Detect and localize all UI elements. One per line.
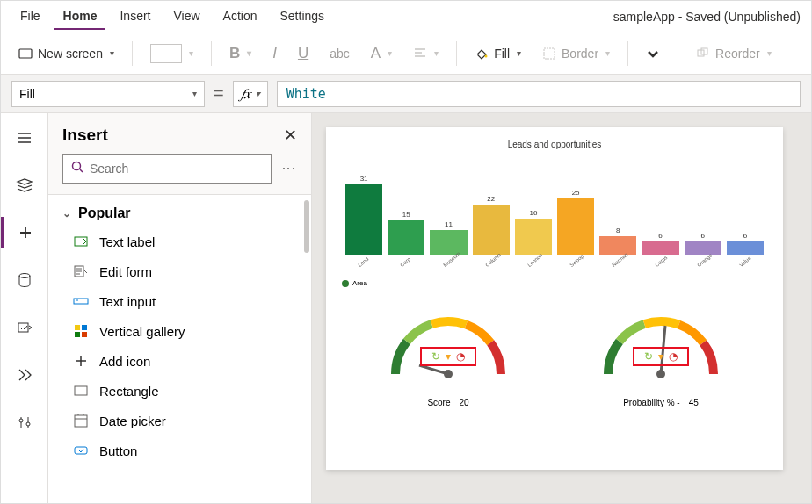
bar-category-label: Swoop [569,253,585,268]
expand-collapse-button[interactable] [639,43,667,64]
bar-column: 25Swoop [557,189,594,263]
divider [627,41,628,66]
insert-item-rectangle[interactable]: Rectangle [48,376,311,406]
add-icon-icon [73,353,89,369]
search-input[interactable] [90,162,264,176]
rail-settings[interactable] [9,407,40,438]
text-input-icon [73,293,89,309]
bar-value: 11 [445,220,453,228]
bar-value: 31 [360,175,368,183]
bar-value: 15 [402,211,410,219]
insert-item-text-input[interactable]: Text input [48,286,311,316]
menu-file[interactable]: File [11,4,49,30]
align-button[interactable]: ▾ [406,43,446,64]
strike-button[interactable]: abc [323,43,357,64]
gauge-score: ↻ ▾ ◔ Score 20 [373,308,523,407]
bar-category-label: Value [738,253,755,268]
rail-media[interactable] [9,312,40,343]
formula-bar: Fill ▾ = 𝑓𝑥 ▾ [1,75,811,113]
date-picker-icon [73,413,89,428]
border-button[interactable]: Border ▾ [535,43,617,64]
gauge-arc-icon [595,308,727,378]
app-canvas[interactable]: Leads and opportunities 31Land15Corp11Mu… [326,127,783,470]
bold-button[interactable]: B▾ [222,41,258,66]
bar-value: 6 [701,232,705,240]
divider [678,41,678,66]
property-select[interactable]: Fill ▾ [11,81,205,107]
insert-item-vertical-gallery[interactable]: Vertical gallery [48,316,311,346]
bar-column: 6Orange [685,232,721,263]
vertical-gallery-icon [73,323,89,339]
svg-rect-15 [75,332,80,337]
underline-button[interactable]: U [291,41,315,66]
insert-item-date-picker[interactable]: Date picker [48,406,311,436]
insert-item-button[interactable]: Button [48,436,311,465]
menu-home[interactable]: Home [54,4,106,30]
bar-value: 22 [487,195,495,203]
insert-search-row: ⋮ [48,154,311,194]
filter-icon: ▾ [658,350,663,363]
fx-button[interactable]: 𝑓𝑥 ▾ [233,81,268,107]
svg-rect-14 [82,325,87,330]
bar-chart: 31Land15Corp11Museum22Column16Lennon25Sw… [342,158,767,263]
reorder-label: Reorder [715,47,760,61]
theme-color-button[interactable]: ▾ [143,40,200,67]
divider [211,41,212,66]
chevron-down-icon: ⌄ [62,207,71,220]
rail-tree-view[interactable] [9,169,40,201]
rail-hamburger[interactable] [9,122,40,154]
search-box[interactable] [62,154,272,184]
scrollbar-thumb[interactable] [304,200,309,253]
bar-column: 15Corp [388,211,424,263]
insert-item-label: Date picker [99,414,166,428]
bar [642,241,678,255]
menu-insert[interactable]: Insert [111,4,159,30]
rail-data[interactable] [9,264,40,296]
insert-item-text-label[interactable]: Text label [48,227,311,256]
category-header-popular[interactable]: ⌄ Popular [48,195,311,227]
edit-form-icon [73,263,89,279]
svg-point-23 [656,370,665,378]
bar-value: 16 [529,209,537,217]
divider [132,41,133,66]
chart-legend: Area [342,279,767,287]
menu-settings[interactable]: Settings [272,4,334,30]
svg-rect-16 [82,332,87,337]
font-color-button[interactable]: A▾ [364,41,399,66]
chevron-down-icon: ▾ [605,48,610,58]
fill-label: Fill [494,47,510,61]
menu-view[interactable]: View [164,4,208,30]
bar [430,230,467,255]
more-options-icon[interactable]: ⋮ [280,162,297,176]
svg-point-7 [19,419,23,422]
category-label: Popular [78,205,131,221]
bar-column: 11Museum [430,220,467,263]
bar-value: 6 [658,232,662,240]
rectangle-icon [73,383,89,399]
insert-item-edit-form[interactable]: Edit form [48,256,311,286]
legend-label: Area [352,279,367,287]
close-icon[interactable]: ✕ [284,126,297,145]
equals-sign: = [214,83,224,104]
menu-action[interactable]: Action [214,4,266,30]
chevron-down-bold-icon [646,47,660,61]
rail-advanced[interactable] [9,359,40,391]
fill-button[interactable]: Fill ▾ [468,43,528,64]
border-icon [542,47,556,61]
bar [557,198,594,255]
italic-button[interactable]: I [265,41,284,66]
chevron-down-icon: ▾ [767,48,772,58]
main-area: Insert ✕ ⋮ ⌄ Popular Text label Edit for… [1,113,811,504]
insert-item-add-icon[interactable]: Add icon [48,346,311,376]
svg-point-5 [19,274,30,278]
insert-item-label: Edit form [99,264,152,279]
bar-column: 6Corps [642,232,678,263]
chevron-down-icon: ▾ [189,48,193,58]
screen-icon [18,47,33,61]
reorder-button[interactable]: Reorder ▾ [689,43,779,64]
formula-input[interactable] [277,81,801,107]
bar-value: 6 [743,232,747,240]
rail-insert[interactable] [1,217,47,248]
new-screen-button[interactable]: New screen ▾ [11,43,121,64]
paint-bucket-icon [475,47,489,61]
